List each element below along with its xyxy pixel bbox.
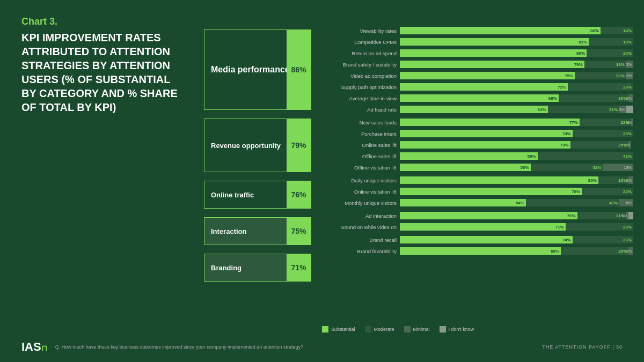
footer: IAS⊓ Q. How much have these key business… (21, 340, 623, 354)
chart-legend: SubstantialModerateMinimalI don't know (322, 326, 474, 333)
bar-moderate: 31% (548, 106, 619, 113)
legend-item: I don't know (440, 326, 474, 333)
legend-color-box (440, 326, 446, 333)
bar-substantial: 56% (400, 164, 531, 171)
bar-label: Daily unique visitors (322, 178, 400, 183)
bar-track: 71%29% (400, 223, 633, 231)
bar-moderate: 13% (598, 176, 629, 184)
bar-minimal: 3% (626, 72, 633, 79)
bar-substantial: 78% (400, 188, 582, 195)
bar-row: Monthly unique visitors54%40%6% (322, 198, 633, 208)
bar-dontknow (626, 106, 633, 113)
bar-moderate: 26% (573, 236, 633, 243)
bar-substantial: 77% (400, 119, 580, 126)
bar-substantial: 79% (400, 61, 584, 68)
category-bar-traffic: Online traffic76% (204, 181, 311, 209)
bar-label: Offline visitation lift (322, 165, 400, 171)
bar-row: Offline sales lift59%41% (322, 151, 633, 161)
bar-moderate: 26% (573, 130, 633, 137)
bar-moderate: 31% (531, 164, 603, 171)
category-pct-interaction: 75% (287, 218, 311, 245)
bar-substantial: 86% (400, 27, 601, 34)
bar-track: 86%14% (400, 27, 633, 34)
bar-track: 56%31%13% (400, 164, 633, 171)
bar-row: Brand favorability69%29%2% (322, 246, 633, 256)
bar-track: 54%40%6% (400, 199, 633, 206)
bar-label: Competitive CPMs (322, 39, 400, 45)
legend-color-box (322, 326, 328, 333)
bar-minimal: 2% (628, 176, 633, 184)
bar-moderate: 18% (584, 61, 626, 68)
logo: IAS⊓ (21, 340, 47, 354)
bar-label: Online visitation lift (322, 189, 400, 195)
bar-row: Brand recall74%26% (322, 235, 633, 245)
legend-label: Moderate (374, 327, 394, 332)
bar-label: Brand favorability (322, 248, 400, 254)
bar-minimal: 1% (628, 141, 631, 149)
footer-brand: THE ATTENTION PAYOFF | 30 (542, 344, 623, 350)
bar-row: New sales leads77%22%1% (322, 117, 633, 127)
bar-label: Supply path optimization (322, 84, 400, 90)
bar-minimal: 13% (603, 164, 633, 171)
bar-moderate: 22% (582, 188, 633, 195)
bar-label: Video ad completion (322, 73, 400, 79)
bar-label: Viewability rates (322, 28, 400, 34)
bar-substantial: 74% (400, 130, 573, 137)
category-bar-interaction: Interaction75% (204, 217, 311, 245)
bar-minimal: 3% (619, 106, 626, 113)
bar-track: 72%28% (400, 83, 633, 91)
category-bar-media: Media performance86% (204, 29, 311, 110)
bar-minimal: 2% (628, 247, 633, 255)
legend-item: Substantial (322, 326, 355, 333)
bar-substantial: 76% (400, 212, 577, 219)
bar-substantial: 69% (400, 247, 561, 255)
bar-row: Video ad completion75%22%3% (322, 71, 633, 80)
bar-row: Viewability rates86%14% (322, 26, 633, 35)
bar-moderate: 19% (589, 38, 633, 46)
bar-moderate: 29% (561, 247, 628, 255)
bar-track: 69%29%2% (400, 247, 633, 255)
bar-row: Competitive CPMs81%19% (322, 37, 633, 47)
legend-label: I don't know (449, 327, 474, 332)
bar-moderate: 30% (559, 94, 629, 102)
bar-minimal: 3% (626, 61, 633, 68)
bar-track: 78%22% (400, 188, 633, 195)
category-bars: Media performance86%Revenue opportunity7… (204, 29, 311, 286)
bar-substantial: 85% (400, 176, 598, 184)
bar-row: Online sales lift73%25%1% (322, 140, 633, 150)
bar-substantial: 73% (400, 141, 570, 149)
bar-track: 79%18%3% (400, 61, 633, 68)
bar-track: 73%25%1% (400, 141, 633, 149)
page: Chart 3. KPI IMPROVEMENT RATES ATTRIBUTE… (0, 0, 644, 362)
bar-row: Ad interaction76%21%1% (322, 211, 633, 220)
category-pct-media: 86% (287, 30, 311, 109)
bar-track: 59%41% (400, 152, 633, 160)
bar-track: 76%21%1% (400, 212, 633, 219)
bar-label: Sound on while video on (322, 224, 400, 230)
category-pct-revenue: 79% (287, 119, 311, 172)
bar-moderate: 22% (580, 119, 631, 126)
category-bar-revenue: Revenue opportunity79% (204, 119, 311, 172)
bar-track: 74%26% (400, 130, 633, 137)
bar-row: Daily unique visitors85%13%2% (322, 175, 633, 185)
bar-label: Purchase intent (322, 131, 400, 137)
bar-minimal: 6% (619, 199, 633, 206)
bar-substantial: 72% (400, 83, 568, 91)
footer-left: IAS⊓ Q. How much have these key business… (21, 340, 303, 354)
bar-label: Offline sales lift (322, 153, 400, 159)
bar-label: Brand recall (322, 237, 400, 243)
chart-title: KPI IMPROVEMENT RATES ATTRIBUTED TO ATTE… (21, 31, 182, 114)
bar-label: Brand safety / suitability (322, 62, 400, 68)
bar-minimal: 1% (631, 119, 633, 126)
bar-label: Ad fraud rate (322, 107, 400, 113)
bar-row: Average time-in-view68%30%2% (322, 93, 633, 103)
logo-dot: ⊓ (41, 344, 47, 352)
bar-row: Purchase intent74%26% (322, 129, 633, 138)
bar-label: Ad interaction (322, 213, 400, 219)
bar-substantial: 54% (400, 199, 526, 206)
legend-label: Substantial (331, 327, 355, 332)
bar-moderate: 40% (526, 199, 619, 206)
bar-row: Brand safety / suitability79%18%3% (322, 60, 633, 69)
bar-row: Sound on while video on71%29% (322, 222, 633, 232)
bar-substantial: 80% (400, 49, 587, 57)
